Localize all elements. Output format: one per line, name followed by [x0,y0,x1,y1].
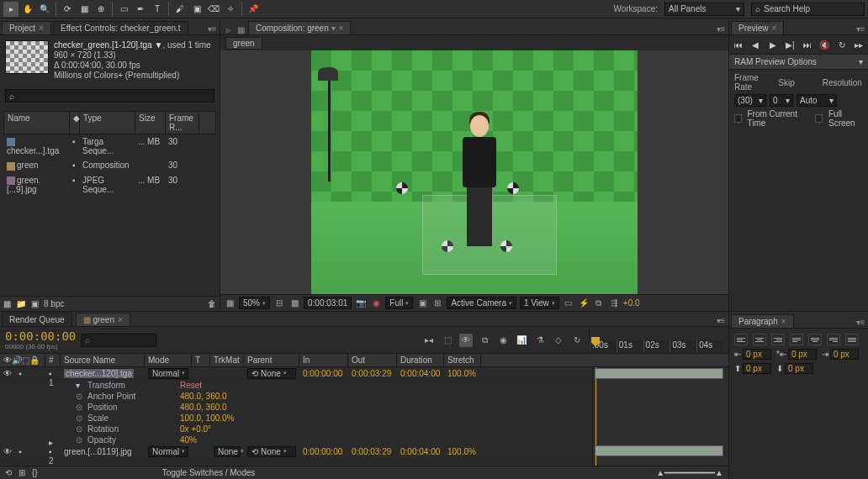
zoom-slider[interactable]: ▲━━━━━━━━━━▲ [656,468,723,477]
mute-icon[interactable]: 🔇 [818,39,830,50]
brush-tool-icon[interactable]: 🖌 [172,2,188,17]
expand-icon[interactable]: ⊞ [19,468,25,477]
res-dropdown[interactable]: Auto▾ [797,94,837,107]
rotate-tool-icon[interactable]: ⟳ [60,2,75,17]
indent-right-input[interactable]: 0 px [830,349,859,360]
resolution-dropdown[interactable]: Full▾ [385,297,413,309]
col-name[interactable]: Name [4,112,70,134]
camera-dropdown[interactable]: Active Camera▾ [447,297,516,309]
tab-paragraph[interactable]: Paragraph× [731,314,794,328]
tab-effect-controls[interactable]: Effect Controls: checker_green.t [53,21,188,34]
view-dropdown[interactable]: 1 View▾ [520,297,559,309]
panel-menu-icon[interactable]: ▾≡ [715,23,727,34]
justify-last-right-icon[interactable] [827,334,840,345]
parent-dropdown[interactable]: ⟲ None▾ [247,446,296,457]
live-update-icon[interactable]: ↻ [570,334,584,347]
col-type[interactable]: Type [80,112,135,134]
toggle-switches-icon[interactable]: ⟲ [5,468,12,477]
panel-menu-icon[interactable]: ▾≡ [206,23,218,34]
puppet-tool-icon[interactable]: 📌 [246,2,261,17]
panel-menu-icon[interactable]: ▾≡ [715,314,727,326]
from-current-checkbox[interactable] [734,114,742,123]
graph-editor-icon[interactable]: 📊 [515,334,528,347]
selection-tool-icon[interactable]: ▸ [3,2,19,17]
skip-dropdown[interactable]: 0▾ [770,94,793,107]
col-size[interactable]: Size [135,112,166,134]
indent-left-input[interactable]: 0 px [743,349,771,360]
trash-icon[interactable]: 🗑 [208,299,216,308]
prev-frame-icon[interactable]: ◀ [749,39,761,50]
pan-behind-tool-icon[interactable]: ⊕ [93,2,108,17]
table-row[interactable]: green.[...9].jpg▪JPEG Seque...... MB30 [3,173,216,197]
roto-tool-icon[interactable]: ✧ [223,2,238,17]
folder-icon[interactable]: 📁 [16,299,26,308]
flowchart-icon[interactable]: ⇶ [608,297,620,309]
zoom-dropdown[interactable]: 50%▾ [239,297,270,309]
new-comp-icon[interactable]: ▣ [31,299,39,308]
text-tool-icon[interactable]: T [150,2,165,17]
brainstorm-icon[interactable]: ⚗ [533,334,547,347]
shy-icon[interactable]: 👁 [459,334,473,347]
space-before-input[interactable]: 0 px [743,363,771,374]
guides-icon[interactable]: ⊞ [431,297,443,309]
ram-preview-header[interactable]: RAM Preview Options▾ [729,54,868,70]
workspace-dropdown[interactable]: All Panels▾ [664,3,744,16]
tab-render-queue[interactable]: Render Queue [2,313,72,326]
interpret-icon[interactable]: ▦ [3,299,11,308]
clone-tool-icon[interactable]: ▣ [189,2,204,17]
tab-composition[interactable]: Composition: green ▾× [248,21,351,34]
align-right-icon[interactable] [771,334,785,345]
auto-keyframe-icon[interactable]: ◇ [552,334,565,347]
timeline-search-input[interactable]: ⌕ [81,334,156,347]
panel-menu-icon[interactable]: ▾≡ [855,316,866,328]
fast-preview-icon[interactable]: ⚡ [578,297,590,309]
rect-tool-icon[interactable]: ▭ [116,2,131,17]
align-left-icon[interactable] [734,334,748,345]
col-label-icon[interactable]: ◆ [70,112,80,134]
col-framerate[interactable]: Frame R... [166,112,199,134]
snapshot-icon[interactable]: 📷 [355,297,367,309]
ram-preview-icon[interactable]: ▸▸ [853,39,865,50]
timecode-display[interactable]: 0:00:03:01 [304,297,352,309]
table-row[interactable]: green▪Composition30 [3,158,216,172]
bpc-label[interactable]: 8 bpc [44,299,64,308]
timeline-icon[interactable]: ⧉ [593,297,605,309]
search-help-input[interactable]: ⌕Search Help [751,3,865,16]
next-frame-icon[interactable]: ▶| [784,39,796,50]
last-frame-icon[interactable]: ⏭ [802,39,813,50]
current-timecode[interactable]: 0:00:00:00 [5,329,76,343]
space-after-input[interactable]: 0 px [785,363,813,374]
resolution-icon[interactable]: ⊟ [273,297,285,309]
lock-panel-icon[interactable]: ▹ [222,25,234,34]
blend-mode-dropdown[interactable]: Normal▾ [148,446,188,457]
framerate-dropdown[interactable]: (30)▾ [734,94,766,107]
composition-viewer[interactable] [220,50,728,294]
time-ruler[interactable]: :00s01s02s03s04s [590,340,723,352]
motion-blur-icon[interactable]: ◉ [496,334,510,347]
indent-first-input[interactable]: 0 px [788,349,817,360]
loop-icon[interactable]: ↻ [836,39,848,50]
comp-mini-icon[interactable]: ▸◂ [422,334,436,347]
camera-tool-icon[interactable]: ▦ [77,2,92,17]
panel-menu-icon[interactable]: ▾≡ [855,23,866,34]
comp-nav-icon[interactable]: ▦ [237,25,245,34]
first-frame-icon[interactable]: ⏮ [733,39,744,50]
align-center-icon[interactable] [753,334,766,345]
pixel-aspect-icon[interactable]: ▭ [563,297,574,309]
tab-project[interactable]: Project× [2,21,51,34]
tab-timeline-green[interactable]: ▦ green× [76,313,130,326]
collapse-icon[interactable]: {} [32,468,38,477]
hand-tool-icon[interactable]: ✋ [20,2,35,17]
eraser-tool-icon[interactable]: ⌫ [206,2,221,17]
pen-tool-icon[interactable]: ✒ [133,2,148,17]
project-search-input[interactable]: ⌕ [5,89,214,103]
justify-last-center-icon[interactable] [808,334,822,345]
comp-breadcrumb[interactable]: green [225,37,262,50]
fullscreen-checkbox[interactable] [815,114,823,123]
blend-mode-dropdown[interactable]: Normal▾ [148,368,188,379]
trkmat-dropdown[interactable]: None▾ [214,446,241,457]
justify-last-left-icon[interactable] [790,334,803,345]
draft3d-icon[interactable]: ⬚ [441,334,454,347]
parent-dropdown[interactable]: ⟲ None▾ [247,368,296,379]
transparency-icon[interactable]: ▩ [288,297,300,309]
